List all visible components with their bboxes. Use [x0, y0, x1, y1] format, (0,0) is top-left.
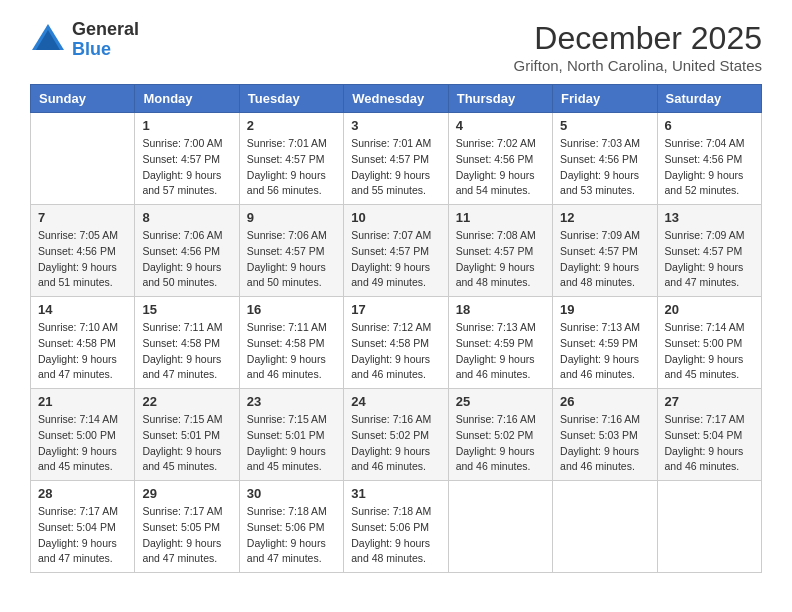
weekday-header-row: SundayMondayTuesdayWednesdayThursdayFrid… [31, 85, 762, 113]
day-number: 17 [351, 302, 440, 317]
day-info: Sunrise: 7:18 AMSunset: 5:06 PMDaylight:… [351, 504, 440, 567]
day-number: 29 [142, 486, 231, 501]
calendar-cell: 11Sunrise: 7:08 AMSunset: 4:57 PMDayligh… [448, 205, 552, 297]
calendar-cell: 22Sunrise: 7:15 AMSunset: 5:01 PMDayligh… [135, 389, 239, 481]
day-number: 26 [560, 394, 649, 409]
day-number: 13 [665, 210, 754, 225]
day-info: Sunrise: 7:05 AMSunset: 4:56 PMDaylight:… [38, 228, 127, 291]
calendar-week-1: 1Sunrise: 7:00 AMSunset: 4:57 PMDaylight… [31, 113, 762, 205]
title-area: December 2025 Grifton, North Carolina, U… [514, 20, 762, 74]
logo-text: General Blue [72, 20, 139, 60]
calendar-cell: 26Sunrise: 7:16 AMSunset: 5:03 PMDayligh… [553, 389, 657, 481]
logo-blue-text: Blue [72, 40, 139, 60]
header: General Blue December 2025 Grifton, Nort… [30, 20, 762, 74]
day-info: Sunrise: 7:13 AMSunset: 4:59 PMDaylight:… [456, 320, 545, 383]
logo: General Blue [30, 20, 139, 60]
calendar-cell: 30Sunrise: 7:18 AMSunset: 5:06 PMDayligh… [239, 481, 343, 573]
day-number: 8 [142, 210, 231, 225]
calendar-cell: 28Sunrise: 7:17 AMSunset: 5:04 PMDayligh… [31, 481, 135, 573]
calendar-header: SundayMondayTuesdayWednesdayThursdayFrid… [31, 85, 762, 113]
calendar-cell [448, 481, 552, 573]
calendar-cell: 16Sunrise: 7:11 AMSunset: 4:58 PMDayligh… [239, 297, 343, 389]
day-info: Sunrise: 7:12 AMSunset: 4:58 PMDaylight:… [351, 320, 440, 383]
calendar: SundayMondayTuesdayWednesdayThursdayFrid… [30, 84, 762, 573]
day-number: 21 [38, 394, 127, 409]
calendar-cell: 25Sunrise: 7:16 AMSunset: 5:02 PMDayligh… [448, 389, 552, 481]
month-title: December 2025 [514, 20, 762, 57]
weekday-header-wednesday: Wednesday [344, 85, 448, 113]
weekday-header-sunday: Sunday [31, 85, 135, 113]
day-number: 24 [351, 394, 440, 409]
day-number: 25 [456, 394, 545, 409]
calendar-cell: 12Sunrise: 7:09 AMSunset: 4:57 PMDayligh… [553, 205, 657, 297]
day-number: 19 [560, 302, 649, 317]
weekday-header-friday: Friday [553, 85, 657, 113]
day-info: Sunrise: 7:00 AMSunset: 4:57 PMDaylight:… [142, 136, 231, 199]
day-info: Sunrise: 7:04 AMSunset: 4:56 PMDaylight:… [665, 136, 754, 199]
weekday-header-tuesday: Tuesday [239, 85, 343, 113]
day-number: 22 [142, 394, 231, 409]
logo-icon [30, 22, 66, 58]
calendar-week-5: 28Sunrise: 7:17 AMSunset: 5:04 PMDayligh… [31, 481, 762, 573]
calendar-cell: 27Sunrise: 7:17 AMSunset: 5:04 PMDayligh… [657, 389, 761, 481]
day-info: Sunrise: 7:15 AMSunset: 5:01 PMDaylight:… [142, 412, 231, 475]
calendar-cell: 9Sunrise: 7:06 AMSunset: 4:57 PMDaylight… [239, 205, 343, 297]
day-info: Sunrise: 7:17 AMSunset: 5:04 PMDaylight:… [665, 412, 754, 475]
day-info: Sunrise: 7:06 AMSunset: 4:56 PMDaylight:… [142, 228, 231, 291]
day-info: Sunrise: 7:14 AMSunset: 5:00 PMDaylight:… [38, 412, 127, 475]
calendar-cell: 15Sunrise: 7:11 AMSunset: 4:58 PMDayligh… [135, 297, 239, 389]
calendar-cell: 5Sunrise: 7:03 AMSunset: 4:56 PMDaylight… [553, 113, 657, 205]
calendar-cell: 19Sunrise: 7:13 AMSunset: 4:59 PMDayligh… [553, 297, 657, 389]
calendar-cell: 8Sunrise: 7:06 AMSunset: 4:56 PMDaylight… [135, 205, 239, 297]
day-number: 5 [560, 118, 649, 133]
day-number: 4 [456, 118, 545, 133]
day-info: Sunrise: 7:07 AMSunset: 4:57 PMDaylight:… [351, 228, 440, 291]
weekday-header-thursday: Thursday [448, 85, 552, 113]
day-info: Sunrise: 7:06 AMSunset: 4:57 PMDaylight:… [247, 228, 336, 291]
day-number: 27 [665, 394, 754, 409]
calendar-body: 1Sunrise: 7:00 AMSunset: 4:57 PMDaylight… [31, 113, 762, 573]
location-title: Grifton, North Carolina, United States [514, 57, 762, 74]
day-info: Sunrise: 7:11 AMSunset: 4:58 PMDaylight:… [142, 320, 231, 383]
day-number: 11 [456, 210, 545, 225]
day-info: Sunrise: 7:18 AMSunset: 5:06 PMDaylight:… [247, 504, 336, 567]
calendar-cell: 10Sunrise: 7:07 AMSunset: 4:57 PMDayligh… [344, 205, 448, 297]
day-info: Sunrise: 7:17 AMSunset: 5:04 PMDaylight:… [38, 504, 127, 567]
day-number: 14 [38, 302, 127, 317]
day-info: Sunrise: 7:02 AMSunset: 4:56 PMDaylight:… [456, 136, 545, 199]
day-info: Sunrise: 7:15 AMSunset: 5:01 PMDaylight:… [247, 412, 336, 475]
day-number: 31 [351, 486, 440, 501]
weekday-header-saturday: Saturday [657, 85, 761, 113]
calendar-cell: 23Sunrise: 7:15 AMSunset: 5:01 PMDayligh… [239, 389, 343, 481]
day-number: 23 [247, 394, 336, 409]
day-number: 20 [665, 302, 754, 317]
day-info: Sunrise: 7:08 AMSunset: 4:57 PMDaylight:… [456, 228, 545, 291]
calendar-cell: 17Sunrise: 7:12 AMSunset: 4:58 PMDayligh… [344, 297, 448, 389]
day-info: Sunrise: 7:13 AMSunset: 4:59 PMDaylight:… [560, 320, 649, 383]
day-number: 30 [247, 486, 336, 501]
calendar-cell: 31Sunrise: 7:18 AMSunset: 5:06 PMDayligh… [344, 481, 448, 573]
calendar-cell: 3Sunrise: 7:01 AMSunset: 4:57 PMDaylight… [344, 113, 448, 205]
day-number: 7 [38, 210, 127, 225]
day-info: Sunrise: 7:17 AMSunset: 5:05 PMDaylight:… [142, 504, 231, 567]
day-number: 2 [247, 118, 336, 133]
calendar-cell: 4Sunrise: 7:02 AMSunset: 4:56 PMDaylight… [448, 113, 552, 205]
logo-general-text: General [72, 20, 139, 40]
calendar-cell: 21Sunrise: 7:14 AMSunset: 5:00 PMDayligh… [31, 389, 135, 481]
day-info: Sunrise: 7:09 AMSunset: 4:57 PMDaylight:… [665, 228, 754, 291]
day-number: 28 [38, 486, 127, 501]
calendar-cell: 6Sunrise: 7:04 AMSunset: 4:56 PMDaylight… [657, 113, 761, 205]
calendar-week-4: 21Sunrise: 7:14 AMSunset: 5:00 PMDayligh… [31, 389, 762, 481]
day-number: 15 [142, 302, 231, 317]
day-number: 9 [247, 210, 336, 225]
calendar-cell: 14Sunrise: 7:10 AMSunset: 4:58 PMDayligh… [31, 297, 135, 389]
day-info: Sunrise: 7:16 AMSunset: 5:03 PMDaylight:… [560, 412, 649, 475]
calendar-cell: 20Sunrise: 7:14 AMSunset: 5:00 PMDayligh… [657, 297, 761, 389]
day-number: 10 [351, 210, 440, 225]
day-info: Sunrise: 7:03 AMSunset: 4:56 PMDaylight:… [560, 136, 649, 199]
calendar-cell: 24Sunrise: 7:16 AMSunset: 5:02 PMDayligh… [344, 389, 448, 481]
calendar-cell: 13Sunrise: 7:09 AMSunset: 4:57 PMDayligh… [657, 205, 761, 297]
day-number: 6 [665, 118, 754, 133]
calendar-cell: 7Sunrise: 7:05 AMSunset: 4:56 PMDaylight… [31, 205, 135, 297]
calendar-cell: 18Sunrise: 7:13 AMSunset: 4:59 PMDayligh… [448, 297, 552, 389]
